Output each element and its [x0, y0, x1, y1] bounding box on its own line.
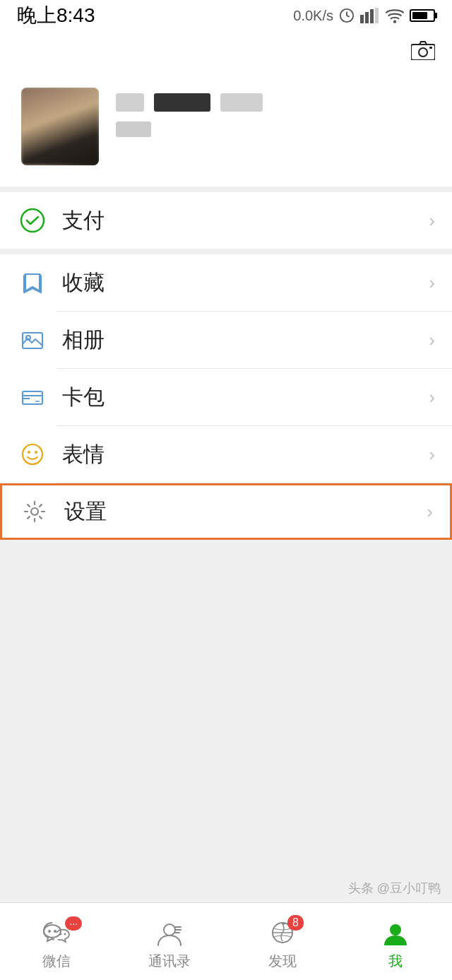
name-row [116, 93, 431, 112]
svg-rect-1 [360, 15, 364, 23]
card-label: 卡包 [62, 383, 429, 412]
album-icon [17, 324, 48, 355]
svg-point-21 [64, 933, 66, 935]
profile-info [116, 88, 431, 137]
pay-icon [17, 205, 48, 236]
wechat-id-block [116, 122, 151, 137]
name-block-2 [154, 93, 210, 112]
discover-nav-label: 发现 [268, 952, 297, 971]
signal-icon [360, 8, 380, 23]
avatar[interactable] [21, 88, 99, 165]
watermark-text: 头条 @豆小叮鸭 [348, 880, 441, 897]
svg-rect-3 [370, 9, 374, 23]
collect-icon [17, 267, 48, 298]
network-speed: 0.0K/s [293, 8, 333, 24]
bottom-nav: ··· 微信 通讯录 [0, 902, 452, 980]
svg-point-22 [164, 924, 175, 935]
svg-point-9 [21, 209, 44, 232]
contacts-nav-icon [154, 918, 185, 949]
nav-item-discover[interactable]: 8 发现 [226, 912, 339, 971]
battery-icon [410, 9, 435, 22]
contacts-nav-label: 通讯录 [148, 952, 191, 971]
menu-section: 支付 › 收藏 › [0, 192, 452, 540]
nav-item-me[interactable]: 我 [339, 912, 452, 971]
album-label: 相册 [62, 326, 429, 355]
collect-label: 收藏 [62, 268, 429, 297]
svg-rect-4 [375, 8, 379, 23]
wechat-nav-icon: ··· [41, 918, 72, 949]
main-scroll: 支付 › 收藏 › [0, 31, 452, 902]
emoji-chevron: › [429, 444, 435, 466]
discover-nav-icon: 8 [267, 918, 298, 949]
settings-label: 设置 [64, 497, 427, 526]
svg-point-13 [23, 444, 42, 464]
svg-point-20 [60, 933, 62, 935]
menu-item-card[interactable]: 卡包 › [0, 369, 452, 425]
svg-point-16 [31, 508, 38, 515]
emoji-label: 表情 [62, 440, 429, 469]
profile-area [0, 73, 452, 187]
me-nav-icon [380, 918, 411, 949]
wechat-badge: ··· [65, 916, 82, 931]
wechat-nav-label: 微信 [42, 952, 71, 971]
svg-point-24 [390, 924, 401, 935]
card-chevron: › [429, 386, 435, 408]
menu-item-collect[interactable]: 收藏 › [0, 254, 452, 311]
svg-point-18 [48, 930, 51, 933]
me-nav-label: 我 [388, 952, 403, 971]
menu-item-pay[interactable]: 支付 › [0, 192, 452, 249]
discover-badge: 8 [287, 915, 304, 931]
album-chevron: › [429, 329, 435, 351]
pay-label: 支付 [62, 206, 429, 235]
wifi-icon [386, 8, 404, 23]
status-time: 晚上8:43 [17, 2, 95, 29]
svg-point-14 [28, 451, 30, 454]
empty-fill [0, 540, 452, 893]
camera-icon[interactable] [411, 40, 435, 65]
settings-icon [19, 496, 50, 527]
watermark: 头条 @豆小叮鸭 [348, 880, 441, 897]
emoji-icon [17, 439, 48, 470]
menu-item-settings[interactable]: 设置 › [0, 483, 452, 540]
menu-item-emoji[interactable]: 表情 › [0, 426, 452, 483]
divider-pay [0, 249, 452, 254]
status-right: 0.0K/s [293, 8, 435, 24]
wechat-id-row [116, 122, 431, 137]
camera-row [0, 31, 452, 73]
svg-rect-2 [365, 12, 369, 23]
menu-item-album[interactable]: 相册 › [0, 312, 452, 368]
collect-chevron: › [429, 272, 435, 294]
clock-icon [339, 8, 355, 23]
svg-point-11 [26, 336, 30, 340]
name-block-1 [116, 93, 144, 112]
nav-item-wechat[interactable]: ··· 微信 [0, 912, 113, 971]
svg-point-5 [393, 20, 396, 23]
svg-rect-8 [429, 47, 432, 49]
name-block-3 [220, 93, 263, 112]
svg-point-7 [419, 48, 427, 57]
divider-top [0, 187, 452, 192]
status-bar: 晚上8:43 0.0K/s [0, 0, 452, 31]
nav-item-contacts[interactable]: 通讯录 [113, 912, 226, 971]
svg-point-15 [35, 451, 37, 454]
card-icon [17, 382, 48, 413]
settings-chevron: › [427, 501, 433, 523]
pay-chevron: › [429, 210, 435, 232]
